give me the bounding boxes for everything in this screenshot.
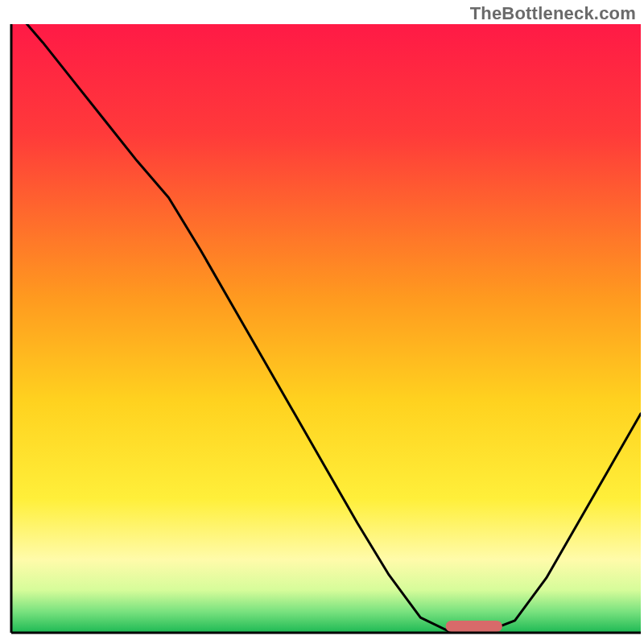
chart-canvas: TheBottleneck.com bbox=[0, 0, 644, 644]
watermark-text: TheBottleneck.com bbox=[470, 3, 636, 24]
chart-svg bbox=[0, 0, 644, 644]
plot-area bbox=[11, 6, 641, 633]
gradient-background bbox=[11, 24, 641, 633]
